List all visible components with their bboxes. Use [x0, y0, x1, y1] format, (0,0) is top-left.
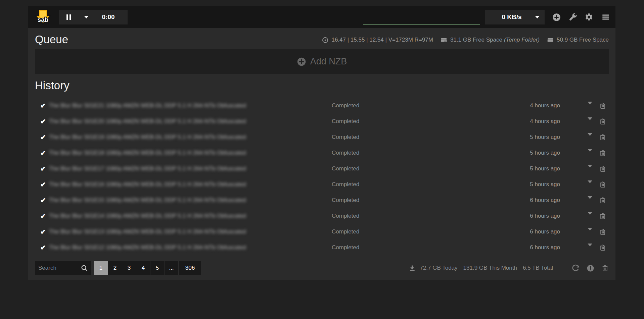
trash-icon[interactable]	[599, 165, 606, 173]
completed-time: 5 hours ago	[506, 181, 560, 188]
status-label: Completed	[332, 102, 359, 109]
pause-icon	[66, 14, 68, 20]
trash-icon[interactable]	[599, 212, 606, 220]
check-icon: ✔	[40, 228, 46, 236]
chevron-down-icon	[530, 16, 545, 18]
job-name[interactable]: The Blur Blur S01E18 1080p AMZN WEB-DL D…	[49, 150, 271, 156]
trash-icon[interactable]	[599, 102, 606, 110]
trash-icon[interactable]	[599, 133, 606, 141]
wrench-icon[interactable]	[568, 13, 577, 21]
status-label: Completed	[332, 118, 359, 125]
check-icon: ✔	[40, 212, 46, 220]
status-label: Completed	[332, 213, 359, 219]
exclamation-circle-icon[interactable]	[587, 264, 594, 272]
row-dropdown-button[interactable]	[588, 152, 592, 158]
check-icon: ✔	[40, 102, 46, 110]
history-row: ✔ The Blur Blur S01E14 1080p AMZN WEB-DL…	[35, 209, 609, 224]
add-nzb-icon[interactable]	[552, 13, 561, 22]
search-icon[interactable]	[81, 264, 88, 272]
pause-dropdown-button[interactable]	[79, 10, 94, 24]
history-row: ✔ The Blur Blur S01E17 1080p AMZN WEB-DL…	[35, 161, 609, 177]
trash-icon[interactable]	[599, 180, 606, 189]
job-name[interactable]: The Blur Blur S01E15 1080p AMZN WEB-DL D…	[49, 197, 271, 204]
completed-time: 5 hours ago	[506, 150, 560, 156]
job-name[interactable]: The Blur Blur S01E20 1080p AMZN WEB-DL D…	[49, 118, 271, 125]
server-stats: 16.47 | 15.55 | 12.54 | V=1723M R=97M	[331, 37, 433, 43]
page-button-ellipsis[interactable]: ...	[165, 261, 178, 275]
queue-stats: 16.47 | 15.55 | 12.54 | V=1723M R=97M 31…	[322, 37, 609, 43]
history-row: ✔ The Blur Blur S01E21 1080p AMZN WEB-DL…	[35, 98, 609, 114]
completed-time: 5 hours ago	[506, 165, 560, 172]
job-name[interactable]: The Blur Blur S01E13 1080p AMZN WEB-DL D…	[49, 228, 271, 235]
total-all: 6.5 TB Total	[523, 265, 553, 271]
trash-icon[interactable]	[599, 117, 606, 125]
check-icon: ✔	[40, 165, 46, 173]
history-row: ✔ The Blur Blur S01E16 1080p AMZN WEB-DL…	[35, 177, 609, 193]
sab-logo-icon[interactable]: sab	[35, 9, 51, 25]
check-icon: ✔	[40, 117, 46, 125]
gear-icon[interactable]	[585, 13, 593, 21]
trash-icon[interactable]	[599, 244, 606, 252]
job-name[interactable]: The Blur Blur S01E14 1080p AMZN WEB-DL D…	[49, 213, 271, 219]
page-button-2[interactable]: 2	[108, 261, 122, 275]
history-actions	[564, 264, 609, 272]
row-dropdown-button[interactable]	[588, 167, 592, 173]
completed-time: 4 hours ago	[506, 118, 560, 125]
page-button-4[interactable]: 4	[136, 261, 150, 275]
page-button-3[interactable]: 3	[122, 261, 136, 275]
disc-icon	[322, 37, 328, 43]
page-button-5[interactable]: 5	[150, 261, 164, 275]
trash-icon[interactable]	[599, 149, 606, 157]
job-name[interactable]: The Blur Blur S01E21 1080p AMZN WEB-DL D…	[49, 102, 271, 109]
completed-time: 4 hours ago	[506, 102, 560, 109]
history-title: History	[35, 79, 609, 92]
check-icon: ✔	[40, 244, 46, 252]
add-nzb-dropzone[interactable]: Add NZB	[35, 49, 609, 74]
status-label: Completed	[332, 181, 359, 188]
trash-icon[interactable]	[599, 196, 606, 204]
speed-graph	[363, 10, 480, 24]
hard-drive-icon	[441, 37, 447, 43]
job-name[interactable]: The Blur Blur S01E16 1080p AMZN WEB-DL D…	[49, 181, 271, 188]
page-button-306[interactable]: 306	[179, 261, 201, 275]
completed-time: 6 hours ago	[506, 244, 560, 251]
check-icon: ✔	[40, 149, 46, 157]
hard-drive-icon	[547, 37, 554, 43]
history-row: ✔ The Blur Blur S01E13 1080p AMZN WEB-DL…	[35, 224, 609, 240]
pause-control-group: 0:00	[59, 10, 128, 24]
status-label: Completed	[332, 134, 359, 141]
check-icon: ✔	[40, 133, 46, 141]
job-name[interactable]: The Blur Blur S01E17 1080p AMZN WEB-DL D…	[49, 165, 271, 172]
row-dropdown-button[interactable]	[588, 199, 592, 205]
trash-icon[interactable]	[601, 264, 609, 272]
row-dropdown-button[interactable]	[588, 246, 592, 252]
speed-limit-dropdown[interactable]: 0 KB/s	[485, 10, 545, 24]
job-name[interactable]: The Blur Blur S01E12 1080p AMZN WEB-DL D…	[49, 244, 271, 251]
row-dropdown-button[interactable]	[588, 230, 592, 236]
history-row: ✔ The Blur Blur S01E15 1080p AMZN WEB-DL…	[35, 193, 609, 209]
row-dropdown-button[interactable]	[588, 183, 592, 189]
chevron-down-icon	[84, 16, 88, 18]
main-content: Queue 16.47 | 15.55 | 12.54 | V=1723M R=…	[28, 28, 615, 280]
status-label: Completed	[332, 244, 359, 251]
page-button-1[interactable]: 1	[94, 261, 108, 275]
row-dropdown-button[interactable]	[588, 104, 592, 110]
refresh-icon[interactable]	[571, 264, 580, 272]
history-row: ✔ The Blur Blur S01E19 1080p AMZN WEB-DL…	[35, 130, 609, 146]
download-icon	[409, 265, 416, 271]
temp-free-space: 31.1 GB Free Space(Temp Folder)	[450, 37, 540, 43]
temp-folder-note: (Temp Folder)	[504, 37, 540, 43]
free-space: 50.9 GB Free Space	[557, 37, 609, 43]
check-icon: ✔	[40, 196, 46, 204]
trash-icon[interactable]	[599, 228, 606, 236]
menu-icon[interactable]	[601, 13, 611, 21]
history-row: ✔ The Blur Blur S01E18 1080p AMZN WEB-DL…	[35, 146, 609, 161]
pause-button[interactable]	[59, 10, 79, 24]
logo-text: sab	[38, 16, 49, 23]
total-today: 72.7 GB Today	[420, 265, 457, 271]
search-input[interactable]	[38, 265, 81, 271]
row-dropdown-button[interactable]	[588, 215, 592, 221]
row-dropdown-button[interactable]	[588, 136, 592, 142]
row-dropdown-button[interactable]	[588, 120, 592, 126]
job-name[interactable]: The Blur Blur S01E19 1080p AMZN WEB-DL D…	[49, 134, 271, 141]
